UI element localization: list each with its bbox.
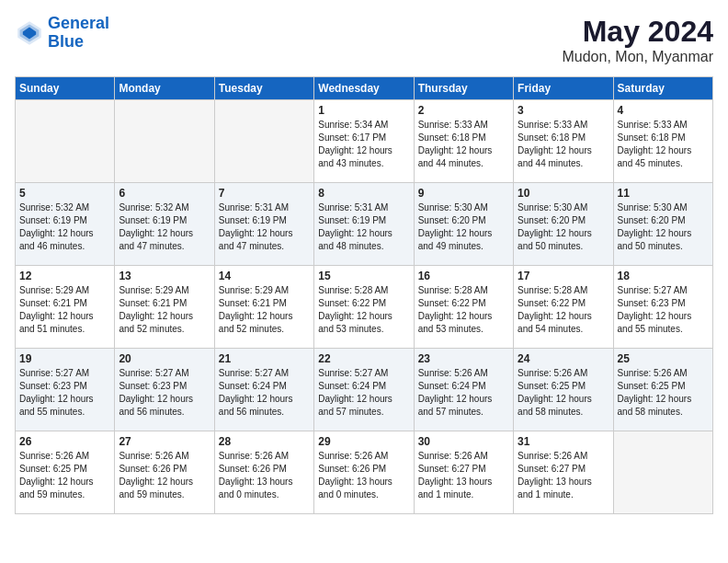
calendar-cell — [115, 100, 214, 183]
day-number: 27 — [119, 435, 210, 448]
day-number: 25 — [618, 352, 709, 365]
weekday-header: Monday — [115, 77, 214, 100]
day-info: Sunrise: 5:28 AMSunset: 6:22 PMDaylight:… — [518, 284, 609, 336]
day-info: Sunrise: 5:32 AMSunset: 6:19 PMDaylight:… — [119, 201, 210, 253]
calendar-week-row: 1 Sunrise: 5:34 AMSunset: 6:17 PMDayligh… — [16, 100, 713, 183]
day-number: 28 — [219, 435, 310, 448]
calendar-cell: 29 Sunrise: 5:26 AMSunset: 6:26 PMDaylig… — [314, 431, 414, 514]
day-info: Sunrise: 5:26 AMSunset: 6:24 PMDaylight:… — [418, 367, 509, 419]
calendar-cell: 28 Sunrise: 5:26 AMSunset: 6:26 PMDaylig… — [214, 431, 313, 514]
title-block: May 2024 Mudon, Mon, Myanmar — [562, 15, 713, 65]
day-number: 17 — [518, 270, 609, 282]
calendar-cell: 9 Sunrise: 5:30 AMSunset: 6:20 PMDayligh… — [414, 183, 513, 266]
day-info: Sunrise: 5:33 AMSunset: 6:18 PMDaylight:… — [618, 119, 709, 170]
day-info: Sunrise: 5:29 AMSunset: 6:21 PMDaylight:… — [19, 284, 110, 336]
day-info: Sunrise: 5:31 AMSunset: 6:19 PMDaylight:… — [318, 201, 409, 253]
day-info: Sunrise: 5:27 AMSunset: 6:24 PMDaylight:… — [219, 367, 310, 419]
day-number: 30 — [418, 435, 509, 448]
day-number: 9 — [418, 187, 509, 200]
day-info: Sunrise: 5:29 AMSunset: 6:21 PMDaylight:… — [119, 284, 210, 336]
day-info: Sunrise: 5:30 AMSunset: 6:20 PMDaylight:… — [418, 201, 509, 253]
day-number: 18 — [618, 270, 709, 282]
weekday-header-row: SundayMondayTuesdayWednesdayThursdayFrid… — [16, 77, 713, 100]
day-info: Sunrise: 5:26 AMSunset: 6:25 PMDaylight:… — [618, 367, 709, 419]
calendar-cell: 15 Sunrise: 5:28 AMSunset: 6:22 PMDaylig… — [314, 266, 414, 349]
day-info: Sunrise: 5:27 AMSunset: 6:24 PMDaylight:… — [318, 367, 409, 419]
day-info: Sunrise: 5:30 AMSunset: 6:20 PMDaylight:… — [618, 201, 709, 253]
day-number: 6 — [119, 187, 210, 200]
logo: General Blue — [15, 15, 109, 52]
calendar-table: SundayMondayTuesdayWednesdayThursdayFrid… — [15, 76, 713, 514]
calendar-cell: 25 Sunrise: 5:26 AMSunset: 6:25 PMDaylig… — [613, 349, 712, 431]
day-info: Sunrise: 5:28 AMSunset: 6:22 PMDaylight:… — [318, 284, 409, 336]
calendar-week-row: 26 Sunrise: 5:26 AMSunset: 6:25 PMDaylig… — [16, 431, 713, 514]
day-info: Sunrise: 5:32 AMSunset: 6:19 PMDaylight:… — [19, 201, 110, 253]
weekday-header: Friday — [514, 77, 613, 100]
calendar-cell: 10 Sunrise: 5:30 AMSunset: 6:20 PMDaylig… — [514, 183, 613, 266]
calendar-cell: 18 Sunrise: 5:27 AMSunset: 6:23 PMDaylig… — [613, 266, 712, 349]
calendar-cell: 13 Sunrise: 5:29 AMSunset: 6:21 PMDaylig… — [115, 266, 214, 349]
calendar-cell: 16 Sunrise: 5:28 AMSunset: 6:22 PMDaylig… — [414, 266, 513, 349]
day-number: 19 — [19, 352, 110, 365]
day-number: 13 — [119, 270, 210, 282]
day-number: 15 — [318, 270, 409, 282]
calendar-cell: 23 Sunrise: 5:26 AMSunset: 6:24 PMDaylig… — [414, 349, 513, 431]
day-number: 8 — [318, 187, 409, 200]
calendar-cell: 14 Sunrise: 5:29 AMSunset: 6:21 PMDaylig… — [214, 266, 313, 349]
calendar-cell: 27 Sunrise: 5:26 AMSunset: 6:26 PMDaylig… — [115, 431, 214, 514]
day-number: 26 — [19, 435, 110, 448]
day-number: 23 — [418, 352, 509, 365]
day-info: Sunrise: 5:26 AMSunset: 6:25 PMDaylight:… — [19, 450, 110, 501]
day-info: Sunrise: 5:29 AMSunset: 6:21 PMDaylight:… — [219, 284, 310, 336]
day-info: Sunrise: 5:33 AMSunset: 6:18 PMDaylight:… — [418, 119, 509, 170]
weekday-header: Wednesday — [314, 77, 414, 100]
page-header: General Blue May 2024 Mudon, Mon, Myanma… — [15, 15, 713, 65]
day-number: 2 — [418, 104, 509, 117]
day-number: 29 — [318, 435, 409, 448]
calendar-cell: 3 Sunrise: 5:33 AMSunset: 6:18 PMDayligh… — [514, 100, 613, 183]
weekday-header: Thursday — [414, 77, 513, 100]
day-info: Sunrise: 5:31 AMSunset: 6:19 PMDaylight:… — [219, 201, 310, 253]
calendar-cell: 2 Sunrise: 5:33 AMSunset: 6:18 PMDayligh… — [414, 100, 513, 183]
calendar-cell — [16, 100, 115, 183]
calendar-cell: 4 Sunrise: 5:33 AMSunset: 6:18 PMDayligh… — [613, 100, 712, 183]
day-info: Sunrise: 5:26 AMSunset: 6:26 PMDaylight:… — [119, 450, 210, 501]
day-info: Sunrise: 5:27 AMSunset: 6:23 PMDaylight:… — [119, 367, 210, 419]
day-number: 11 — [618, 187, 709, 200]
month-title: May 2024 — [562, 15, 713, 49]
day-number: 31 — [518, 435, 609, 448]
calendar-cell: 31 Sunrise: 5:26 AMSunset: 6:27 PMDaylig… — [514, 431, 613, 514]
calendar-week-row: 12 Sunrise: 5:29 AMSunset: 6:21 PMDaylig… — [16, 266, 713, 349]
day-info: Sunrise: 5:26 AMSunset: 6:26 PMDaylight:… — [318, 450, 409, 501]
day-info: Sunrise: 5:27 AMSunset: 6:23 PMDaylight:… — [618, 284, 709, 336]
calendar-cell: 21 Sunrise: 5:27 AMSunset: 6:24 PMDaylig… — [214, 349, 313, 431]
day-info: Sunrise: 5:33 AMSunset: 6:18 PMDaylight:… — [518, 119, 609, 170]
day-number: 14 — [219, 270, 310, 282]
calendar-cell: 22 Sunrise: 5:27 AMSunset: 6:24 PMDaylig… — [314, 349, 414, 431]
weekday-header: Sunday — [16, 77, 115, 100]
calendar-week-row: 19 Sunrise: 5:27 AMSunset: 6:23 PMDaylig… — [16, 349, 713, 431]
calendar-cell: 19 Sunrise: 5:27 AMSunset: 6:23 PMDaylig… — [16, 349, 115, 431]
day-info: Sunrise: 5:34 AMSunset: 6:17 PMDaylight:… — [318, 119, 409, 170]
calendar-cell: 5 Sunrise: 5:32 AMSunset: 6:19 PMDayligh… — [16, 183, 115, 266]
calendar-cell: 20 Sunrise: 5:27 AMSunset: 6:23 PMDaylig… — [115, 349, 214, 431]
calendar-cell: 11 Sunrise: 5:30 AMSunset: 6:20 PMDaylig… — [613, 183, 712, 266]
day-info: Sunrise: 5:27 AMSunset: 6:23 PMDaylight:… — [19, 367, 110, 419]
location-title: Mudon, Mon, Myanmar — [562, 49, 713, 65]
calendar-cell — [214, 100, 313, 183]
day-number: 16 — [418, 270, 509, 282]
calendar-cell: 30 Sunrise: 5:26 AMSunset: 6:27 PMDaylig… — [414, 431, 513, 514]
weekday-header: Tuesday — [214, 77, 313, 100]
day-number: 22 — [318, 352, 409, 365]
day-info: Sunrise: 5:26 AMSunset: 6:27 PMDaylight:… — [418, 450, 509, 501]
calendar-cell: 24 Sunrise: 5:26 AMSunset: 6:25 PMDaylig… — [514, 349, 613, 431]
day-number: 21 — [219, 352, 310, 365]
day-number: 12 — [19, 270, 110, 282]
day-number: 3 — [518, 104, 609, 117]
day-number: 7 — [219, 187, 310, 200]
weekday-header: Saturday — [613, 77, 712, 100]
day-info: Sunrise: 5:30 AMSunset: 6:20 PMDaylight:… — [518, 201, 609, 253]
calendar-cell: 12 Sunrise: 5:29 AMSunset: 6:21 PMDaylig… — [16, 266, 115, 349]
day-info: Sunrise: 5:26 AMSunset: 6:26 PMDaylight:… — [219, 450, 310, 501]
calendar-cell: 8 Sunrise: 5:31 AMSunset: 6:19 PMDayligh… — [314, 183, 414, 266]
